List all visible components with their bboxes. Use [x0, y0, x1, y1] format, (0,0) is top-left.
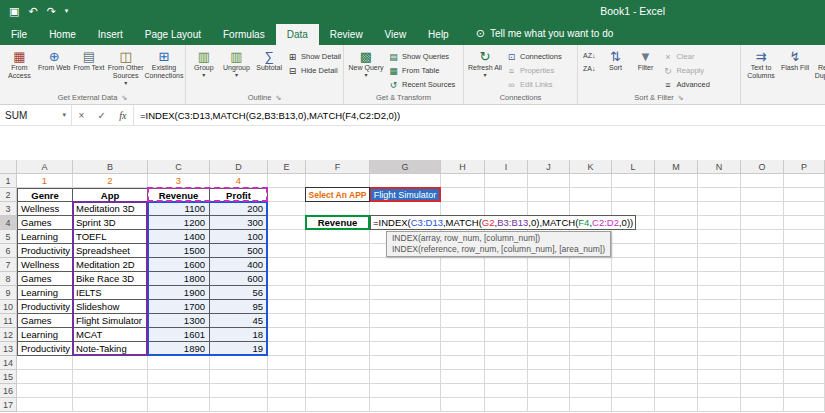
cell-O12[interactable]	[741, 328, 784, 342]
cell-M11[interactable]	[655, 314, 698, 328]
row-header-17[interactable]: 17	[0, 398, 17, 412]
cell-C3[interactable]: 1100	[148, 202, 210, 216]
cell-I2[interactable]	[485, 188, 528, 202]
cell-F14[interactable]	[306, 356, 370, 370]
tab-data[interactable]: Data	[276, 24, 319, 45]
cell-L13[interactable]	[612, 342, 655, 356]
cell-J17[interactable]	[528, 398, 570, 412]
cell-K14[interactable]	[570, 356, 612, 370]
row-header-5[interactable]: 5	[0, 230, 17, 244]
cell-L2[interactable]	[612, 188, 655, 202]
cell-G9[interactable]	[370, 286, 441, 300]
cell-G10[interactable]	[370, 300, 441, 314]
column-header-E[interactable]: E	[268, 160, 306, 174]
cell-O13[interactable]	[741, 342, 784, 356]
cell-J14[interactable]	[528, 356, 570, 370]
connections-button[interactable]: ⊡ Connections	[506, 50, 562, 63]
cell-K16[interactable]	[570, 384, 612, 398]
group-button[interactable]: ▥ Group ▾	[188, 46, 220, 79]
row-header-4[interactable]: 4	[0, 216, 17, 230]
cell-G16[interactable]	[370, 384, 441, 398]
tab-insert[interactable]: Insert	[87, 24, 134, 45]
cell-N6[interactable]	[698, 244, 741, 258]
name-box[interactable]: SUM ▾	[0, 105, 72, 125]
show-detail-button[interactable]: ⊞ Show Detail	[287, 50, 341, 63]
from-web-button[interactable]: ⊕ From Web	[37, 46, 72, 72]
sort-za-button[interactable]: ZA↓	[580, 63, 598, 74]
tab-home[interactable]: Home	[38, 24, 87, 45]
cell-D3[interactable]: 200	[210, 202, 268, 216]
cell-A15[interactable]	[17, 370, 73, 384]
cell-J16[interactable]	[528, 384, 570, 398]
cell-J9[interactable]	[528, 286, 570, 300]
recent-sources-button[interactable]: ↺ Recent Sources	[388, 78, 455, 91]
column-header-C[interactable]: C	[148, 160, 210, 174]
cell-C7[interactable]: 1600	[148, 258, 210, 272]
cell-J3[interactable]	[528, 202, 570, 216]
cell-G3[interactable]	[370, 202, 441, 216]
cell-A11[interactable]: Games	[17, 314, 73, 328]
row-header-15[interactable]: 15	[0, 370, 17, 384]
cell-B2[interactable]: App	[73, 188, 148, 202]
cell-D15[interactable]	[210, 370, 268, 384]
cell-B6[interactable]: Spreadsheet	[73, 244, 148, 258]
cell-O1[interactable]	[741, 174, 784, 188]
cell-G13[interactable]	[370, 342, 441, 356]
cell-H17[interactable]	[441, 398, 485, 412]
cell-O15[interactable]	[741, 370, 784, 384]
refresh-all-button[interactable]: ↻ Refresh All ▾	[466, 46, 504, 79]
cell-L7[interactable]	[612, 258, 655, 272]
remove-duplicates-button[interactable]: ⊠ Remove Duplicates	[811, 46, 825, 80]
cell-D13[interactable]: 19	[210, 342, 268, 356]
cell-M2[interactable]	[655, 188, 698, 202]
cell-H7[interactable]	[441, 258, 485, 272]
cell-P9[interactable]	[784, 286, 825, 300]
cell-D12[interactable]: 18	[210, 328, 268, 342]
cell-L11[interactable]	[612, 314, 655, 328]
cell-H14[interactable]	[441, 356, 485, 370]
cell-I15[interactable]	[485, 370, 528, 384]
column-header-N[interactable]: N	[698, 160, 741, 174]
cell-E10[interactable]	[268, 300, 306, 314]
cell-P14[interactable]	[784, 356, 825, 370]
cell-H2[interactable]	[441, 188, 485, 202]
cell-C12[interactable]: 1601	[148, 328, 210, 342]
cell-O17[interactable]	[741, 398, 784, 412]
cell-O3[interactable]	[741, 202, 784, 216]
cell-L17[interactable]	[612, 398, 655, 412]
cell-B12[interactable]: MCAT	[73, 328, 148, 342]
cell-G17[interactable]	[370, 398, 441, 412]
cell-E16[interactable]	[268, 384, 306, 398]
column-header-H[interactable]: H	[441, 160, 485, 174]
cell-K9[interactable]	[570, 286, 612, 300]
cell-K1[interactable]	[570, 174, 612, 188]
cell-E17[interactable]	[268, 398, 306, 412]
cell-B9[interactable]: IELTS	[73, 286, 148, 300]
cell-B10[interactable]: Slideshow	[73, 300, 148, 314]
cell-A2[interactable]: Genre	[17, 188, 73, 202]
dialog-launcher-icon[interactable]: ⇘	[275, 94, 281, 102]
cell-F2[interactable]: Select An APP	[306, 188, 370, 202]
cell-P2[interactable]	[784, 188, 825, 202]
cell-N14[interactable]	[698, 356, 741, 370]
cell-O2[interactable]	[741, 188, 784, 202]
edit-links-button[interactable]: ∞ Edit Links	[506, 78, 562, 91]
cell-J10[interactable]	[528, 300, 570, 314]
in-cell-formula[interactable]: =INDEX(C3:D13,MATCH(G2,B3:B13,0),MATCH(F…	[370, 215, 636, 230]
cell-N8[interactable]	[698, 272, 741, 286]
cell-I11[interactable]	[485, 314, 528, 328]
cell-L5[interactable]	[612, 230, 655, 244]
cell-D14[interactable]	[210, 356, 268, 370]
cell-A5[interactable]: Learning	[17, 230, 73, 244]
cell-L10[interactable]	[612, 300, 655, 314]
cell-A17[interactable]	[17, 398, 73, 412]
cell-D11[interactable]: 45	[210, 314, 268, 328]
subtotal-button[interactable]: ∑ Subtotal	[253, 46, 285, 72]
cell-C15[interactable]	[148, 370, 210, 384]
cell-K8[interactable]	[570, 272, 612, 286]
name-box-dropdown-icon[interactable]: ▾	[62, 111, 66, 119]
cell-L3[interactable]	[612, 202, 655, 216]
cell-N2[interactable]	[698, 188, 741, 202]
cell-M13[interactable]	[655, 342, 698, 356]
sort-button[interactable]: ⇅ Sort	[600, 46, 630, 72]
